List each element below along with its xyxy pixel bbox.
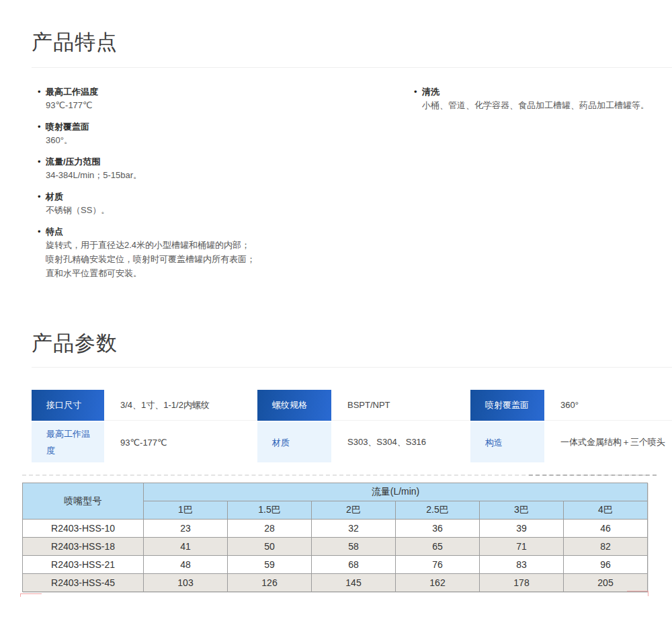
- flow-cell: 41: [144, 538, 228, 556]
- feature-label: 最高工作温度: [46, 86, 98, 98]
- flow-cell: 28: [228, 520, 312, 538]
- flow-group-header: 流量(L/min): [144, 483, 648, 501]
- pressure-header: 1巴: [144, 501, 228, 520]
- feature-label: 流量/压力范围: [46, 156, 101, 168]
- flow-cell: 65: [396, 538, 480, 556]
- flow-cell: 58: [312, 538, 396, 556]
- features-left-column: •最高工作温度 93℃-177℃ •喷射覆盖面 360°。 •流量/压力范围 3…: [32, 86, 408, 289]
- red-corner-marker: [20, 593, 42, 597]
- flow-cell: 39: [480, 520, 564, 538]
- feature-line: 不锈钢（SS）。: [46, 203, 408, 217]
- param-value: S303、S304、S316: [331, 422, 470, 462]
- model-cell: R2403-HSS-21: [23, 556, 144, 574]
- flow-cell: 103: [144, 574, 228, 592]
- param-table: 接口尺寸 3/4、1寸、1-1/2内螺纹 螺纹规格 BSPT/NPT 喷射覆盖面…: [32, 390, 672, 462]
- pressure-header: 2.5巴: [396, 501, 480, 520]
- flow-cell: 76: [396, 556, 480, 574]
- flow-cell: 59: [228, 556, 312, 574]
- feature-item: •流量/压力范围 34-384L/min；5-15bar。: [32, 156, 408, 182]
- feature-line: 360°。: [46, 133, 408, 147]
- table-row: R2403-HSS-21 48 59 68 76 83 96: [23, 556, 648, 574]
- feature-line: 小桶、管道、化学容器、食品加工槽罐、药品加工槽罐等。: [422, 98, 672, 112]
- table-row: R2403-HSS-45 103 126 145 162 178 205: [23, 574, 648, 592]
- feature-line: 直和水平位置都可安装。: [46, 266, 408, 280]
- flow-cell: 96: [564, 556, 648, 574]
- table-row: R2403-HSS-18 41 50 58 65 71 82: [23, 538, 648, 556]
- flow-cell: 82: [564, 538, 648, 556]
- feature-line: 93℃-177℃: [46, 98, 408, 112]
- flow-cell: 48: [144, 556, 228, 574]
- feature-item: •喷射覆盖面 360°。: [32, 121, 408, 147]
- flow-cell: 145: [312, 574, 396, 592]
- pressure-header: 1.5巴: [228, 501, 312, 520]
- bullet-dot-icon: •: [38, 191, 46, 203]
- param-value: 3/4、1寸、1-1/2内螺纹: [104, 390, 257, 421]
- param-value: 93℃-177℃: [104, 422, 257, 462]
- param-value: 360°: [544, 390, 672, 421]
- param-value: BSPT/NPT: [331, 390, 470, 421]
- param-label: 接口尺寸: [32, 390, 104, 421]
- param-label: 螺纹规格: [257, 390, 331, 421]
- flow-rate-table: 喷嘴型号 流量(L/min) 1巴 1.5巴 2巴 2.5巴 3巴 4巴 R24…: [22, 483, 648, 592]
- feature-label: 清洗: [422, 86, 439, 98]
- flow-cell: 50: [228, 538, 312, 556]
- bullet-dot-icon: •: [38, 156, 46, 168]
- features-columns: •最高工作温度 93℃-177℃ •喷射覆盖面 360°。 •流量/压力范围 3…: [32, 86, 672, 289]
- bullet-dot-icon: •: [38, 121, 46, 133]
- param-label: 喷射覆盖面: [470, 390, 544, 421]
- clipped-text-artifact: [529, 474, 657, 476]
- bullet-dot-icon: •: [38, 86, 46, 98]
- flow-cell: 162: [396, 574, 480, 592]
- feature-line: 34-384L/min；5-15bar。: [46, 168, 408, 182]
- bullet-dot-icon: •: [414, 86, 422, 98]
- feature-label: 喷射覆盖面: [46, 121, 89, 133]
- feature-item: •最高工作温度 93℃-177℃: [32, 86, 408, 112]
- param-label: 材质: [257, 422, 331, 462]
- flow-cell: 36: [396, 520, 480, 538]
- features-right-column: •清洗 小桶、管道、化学容器、食品加工槽罐、药品加工槽罐等。: [408, 86, 672, 289]
- bullet-dot-icon: •: [38, 226, 46, 238]
- model-column-header: 喷嘴型号: [23, 483, 144, 520]
- feature-label: 材质: [46, 191, 63, 203]
- pressure-header: 4巴: [564, 501, 648, 520]
- features-title: 产品特点: [32, 30, 672, 55]
- param-label: 最高工作温度: [32, 422, 104, 462]
- params-title: 产品参数: [32, 331, 672, 356]
- feature-label: 特点: [46, 226, 63, 238]
- param-label: 构造: [470, 422, 544, 462]
- section-divider: [32, 367, 672, 368]
- flow-cell: 32: [312, 520, 396, 538]
- feature-line: 旋转式，用于直径达2.4米的小型槽罐和桶罐的内部；: [46, 238, 408, 252]
- flow-cell: 23: [144, 520, 228, 538]
- feature-item: •特点 旋转式，用于直径达2.4米的小型槽罐和桶罐的内部； 喷射孔精确安装定位，…: [32, 226, 408, 280]
- feature-line: 喷射孔精确安装定位，喷射时可覆盖槽罐内所有表面；: [46, 252, 408, 266]
- model-cell: R2403-HSS-45: [23, 574, 144, 592]
- section-divider: [32, 67, 672, 68]
- flow-cell: 46: [564, 520, 648, 538]
- param-value: 一体式金属结构＋三个喷头: [544, 422, 672, 462]
- flow-cell: 83: [480, 556, 564, 574]
- flow-cell: 68: [312, 556, 396, 574]
- model-cell: R2403-HSS-18: [23, 538, 144, 556]
- flow-cell: 126: [228, 574, 312, 592]
- flow-cell: 205: [564, 574, 648, 592]
- red-corner-marker: [627, 591, 648, 596]
- features-section: 产品特点 •最高工作温度 93℃-177℃ •喷射覆盖面 360°。 •流量/压…: [0, 30, 672, 289]
- table-row: R2403-HSS-10 23 28 32 36 39 46: [23, 520, 648, 538]
- model-cell: R2403-HSS-10: [23, 520, 144, 538]
- pressure-header: 3巴: [480, 501, 564, 520]
- pressure-header: 2巴: [312, 501, 396, 520]
- feature-item: •材质 不锈钢（SS）。: [32, 191, 408, 217]
- params-section: 产品参数 接口尺寸 3/4、1寸、1-1/2内螺纹 螺纹规格 BSPT/NPT …: [0, 331, 672, 462]
- flow-cell: 178: [480, 574, 564, 592]
- flow-cell: 71: [480, 538, 564, 556]
- feature-item: •清洗 小桶、管道、化学容器、食品加工槽罐、药品加工槽罐等。: [408, 86, 672, 112]
